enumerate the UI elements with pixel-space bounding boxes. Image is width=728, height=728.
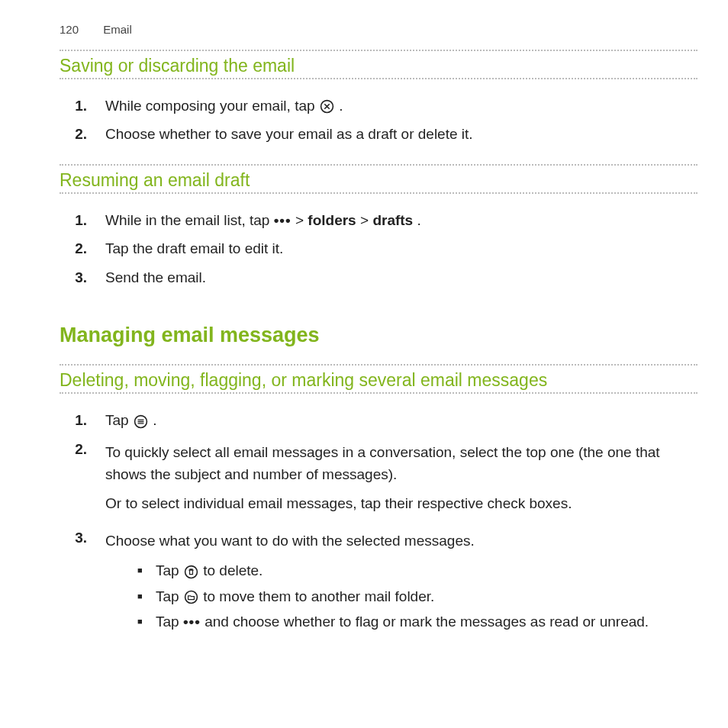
step: 2. Choose whether to save your email as …	[60, 123, 697, 145]
step: 1. While composing your email, tap .	[60, 95, 697, 117]
bullet-text: Tap	[156, 614, 183, 630]
step-text: Send the email.	[105, 266, 697, 288]
step: 1. Tap .	[60, 409, 697, 431]
step-body: While in the email list, tap ••• > folde…	[105, 209, 697, 231]
page-number: 120	[60, 23, 79, 36]
divider	[60, 164, 697, 166]
step-number: 3.	[60, 527, 105, 549]
subheading-deleting: Deleting, moving, flagging, or marking s…	[60, 370, 697, 391]
close-circle-icon	[320, 99, 334, 114]
step-text: Choose whether to save your email as a d…	[105, 123, 697, 145]
svg-point-2	[185, 565, 198, 578]
step-text: While composing your email, tap	[105, 98, 319, 114]
steps-resuming: 1. While in the email list, tap ••• > fo…	[60, 209, 697, 288]
svg-point-3	[185, 591, 198, 604]
more-icon: •••	[274, 212, 292, 228]
page-header: 120 Email	[60, 23, 697, 36]
bullet-text: Tap	[156, 562, 183, 578]
bullet-body: Tap to move them to another mail folder.	[156, 585, 697, 607]
step-text: .	[153, 412, 156, 428]
step-text: .	[339, 98, 343, 114]
step: 1. While in the email list, tap ••• > fo…	[60, 209, 697, 231]
arrow: >	[360, 212, 369, 228]
move-folder-icon	[184, 590, 198, 604]
bullet-text: Tap	[156, 588, 183, 604]
step-number: 2.	[60, 237, 105, 259]
step-body: While composing your email, tap .	[105, 95, 697, 117]
step-text: Tap the draft email to edit it.	[105, 237, 697, 259]
list-item: ■ Tap to delete.	[137, 559, 697, 581]
step-text: While in the email list, tap	[105, 212, 274, 228]
list-item: ■ Tap to move them to another mail folde…	[137, 585, 697, 607]
bullet-text: to delete.	[203, 562, 263, 578]
bullet-text: and choose whether to flag or mark the m…	[205, 614, 649, 630]
select-list-icon	[134, 414, 148, 429]
bullet-list: ■ Tap to delete. ■ Tap	[137, 559, 697, 633]
step-number: 2.	[60, 123, 105, 145]
divider	[60, 78, 697, 79]
step-number: 1.	[60, 409, 105, 431]
more-icon: •••	[183, 614, 201, 630]
step-text: Or to select individual email messages, …	[105, 492, 697, 514]
step-text: To quickly select all email messages in …	[105, 441, 697, 486]
divider	[60, 392, 697, 394]
folders-label: folders	[308, 212, 356, 228]
subheading-saving: Saving or discarding the email	[60, 56, 697, 76]
step-text: Choose what you want to do with the sele…	[105, 530, 697, 552]
steps-deleting: 1. Tap . 2. To quickly select all email …	[60, 409, 697, 636]
drafts-label: drafts	[372, 212, 413, 228]
step-number: 2.	[60, 438, 105, 460]
document-page: 120 Email Saving or discarding the email…	[0, 0, 728, 728]
divider	[60, 192, 697, 194]
bullet-marker: ■	[137, 610, 156, 632]
step-body: Tap .	[105, 409, 697, 431]
heading-managing: Managing email messages	[60, 324, 697, 347]
subheading-resuming: Resuming an email draft	[60, 170, 697, 191]
step-number: 1.	[60, 209, 105, 231]
list-item: ■ Tap ••• and choose whether to flag or …	[137, 610, 697, 633]
step-text: .	[417, 212, 420, 228]
bullet-body: Tap ••• and choose whether to flag or ma…	[156, 610, 697, 633]
step-body: To quickly select all email messages in …	[105, 438, 697, 520]
step-body: Choose what you want to do with the sele…	[105, 527, 697, 636]
steps-saving: 1. While composing your email, tap . 2. …	[60, 95, 697, 146]
bullet-marker: ■	[137, 559, 156, 581]
bullet-marker: ■	[137, 585, 156, 607]
step: 2. To quickly select all email messages …	[60, 438, 697, 520]
step: 3. Send the email.	[60, 266, 697, 288]
step-number: 1.	[60, 95, 105, 117]
bullet-text: to move them to another mail folder.	[203, 588, 434, 604]
step-number: 3.	[60, 266, 105, 288]
step: 2. Tap the draft email to edit it.	[60, 237, 697, 259]
divider	[60, 364, 697, 366]
divider	[60, 50, 697, 51]
step-text: Tap	[105, 412, 133, 428]
step: 3. Choose what you want to do with the s…	[60, 527, 697, 636]
bullet-body: Tap to delete.	[156, 559, 697, 581]
section-name: Email	[103, 23, 132, 36]
trash-circle-icon	[184, 565, 198, 579]
arrow: >	[295, 212, 304, 228]
